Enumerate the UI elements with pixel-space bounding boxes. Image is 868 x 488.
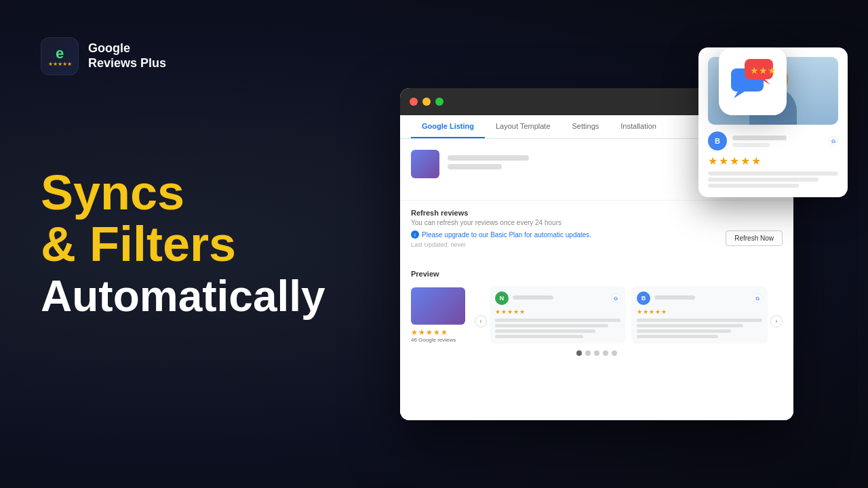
card-name-area-1 [513, 296, 607, 302]
card-lines-1 [495, 319, 620, 338]
headline-line3: Automatically [41, 272, 380, 320]
preview-stars: ★★★★★ [411, 328, 472, 337]
refresh-subtitle: You can refresh your reviews once every … [411, 219, 783, 226]
card-header-1: N G [495, 291, 620, 305]
card-line-2b [637, 324, 743, 327]
carousel-dot-2[interactable] [585, 350, 591, 356]
headline-line2: & Filters [41, 219, 380, 270]
overlay-name-line [732, 136, 787, 140]
refresh-now-button[interactable]: Refresh Now [726, 230, 783, 246]
preview-left: ★★★★★ 46 Google reviews [411, 287, 472, 343]
window-maximize-dot [435, 98, 443, 106]
preview-carousel: ★★★★★ 46 Google reviews ‹ N [411, 286, 783, 344]
card-avatar-1: N [495, 291, 509, 305]
card-stars-2: ★★★★★ [637, 308, 762, 315]
review-cards: N G ★★★★★ [490, 286, 768, 344]
tab-installation[interactable]: Installation [610, 115, 667, 138]
listing-name-line [448, 155, 529, 161]
carousel-dot-4[interactable] [603, 350, 608, 356]
window-close-dot [410, 98, 418, 106]
listing-thumbnail [411, 150, 439, 178]
svg-marker-1 [734, 92, 745, 98]
app-logo-icon: e ★★★★★ [41, 37, 79, 75]
overlay-stars: ★★★★★ [708, 155, 838, 167]
logo-area: e ★★★★★ GoogleReviews Plus [41, 37, 166, 75]
logo-text: GoogleReviews Plus [88, 41, 166, 70]
carousel-dot-1[interactable] [576, 350, 582, 356]
card-name-line-1 [513, 296, 553, 300]
card-line-2a [637, 319, 762, 322]
logo-letter: e [56, 46, 64, 61]
tab-layout-template[interactable]: Layout Template [485, 115, 561, 138]
card-line-1d [495, 335, 583, 338]
svg-text:★★★: ★★★ [750, 65, 776, 76]
card-line-2c [637, 329, 731, 333]
card-line-1b [495, 324, 608, 327]
card-header-2: B G [637, 291, 762, 305]
overlay-avatar: B [708, 131, 727, 150]
card-line-1a [495, 319, 620, 322]
card-name-line-2 [654, 296, 695, 300]
headline-line1: Syncs [41, 167, 380, 219]
google-g-2: G [753, 293, 762, 303]
review-card-1: N G ★★★★★ [490, 286, 626, 344]
preview-business-photo [411, 287, 465, 325]
chat-bubble-icon: ★★★ [728, 54, 777, 110]
overlay-name-block [732, 136, 823, 147]
refresh-title: Refresh reviews [411, 209, 783, 217]
upgrade-text: Please upgrade to our Basic Plan for aut… [422, 231, 591, 239]
card-name-area-2 [654, 296, 749, 302]
overlay-line-2 [708, 178, 818, 182]
last-updated-text: Last Updated: never [411, 241, 466, 248]
card-avatar-2: B [637, 291, 650, 305]
carousel-dot-5[interactable] [612, 350, 617, 356]
right-section: ★★★ B G ★★★★★ [387, 34, 848, 454]
google-g-icon: G [829, 136, 838, 146]
overlay-line-3 [708, 184, 799, 188]
carousel-dot-3[interactable] [594, 350, 599, 356]
refresh-section: Refresh reviews You can refresh your rev… [400, 200, 793, 262]
carousel-dots [411, 350, 783, 356]
logo-stars: ★★★★★ [48, 61, 72, 67]
app-name: GoogleReviews Plus [88, 41, 166, 70]
overlay-line-1 [708, 171, 838, 176]
overlay-reviewer-row: B G [708, 131, 838, 150]
chat-bubble-card: ★★★ [719, 47, 787, 115]
carousel-next-arrow[interactable]: › [770, 315, 783, 327]
review-card-2: B G ★★★★★ [631, 286, 768, 344]
tab-settings[interactable]: Settings [561, 115, 610, 138]
overlay-name-sub [732, 143, 770, 147]
overlay-review-lines [708, 171, 838, 188]
left-section: e ★★★★★ GoogleReviews Plus Syncs & Filte… [41, 0, 380, 488]
carousel-prev-arrow[interactable]: ‹ [475, 315, 487, 327]
info-icon: i [411, 230, 419, 239]
window-minimize-dot [422, 98, 431, 106]
card-stars-1: ★★★★★ [495, 308, 620, 315]
headline-area: Syncs & Filters Automatically [41, 167, 380, 321]
card-line-2d [637, 335, 718, 338]
card-line-1c [495, 329, 595, 333]
card-lines-2 [637, 319, 762, 338]
listing-address-line [448, 164, 502, 169]
preview-title: Preview [411, 270, 783, 278]
preview-section: Preview ★★★★★ 46 Google reviews ‹ [400, 262, 793, 364]
google-g-1: G [611, 293, 620, 303]
review-count: 46 Google reviews [411, 337, 472, 343]
tab-google-listing[interactable]: Google Listing [411, 115, 485, 138]
